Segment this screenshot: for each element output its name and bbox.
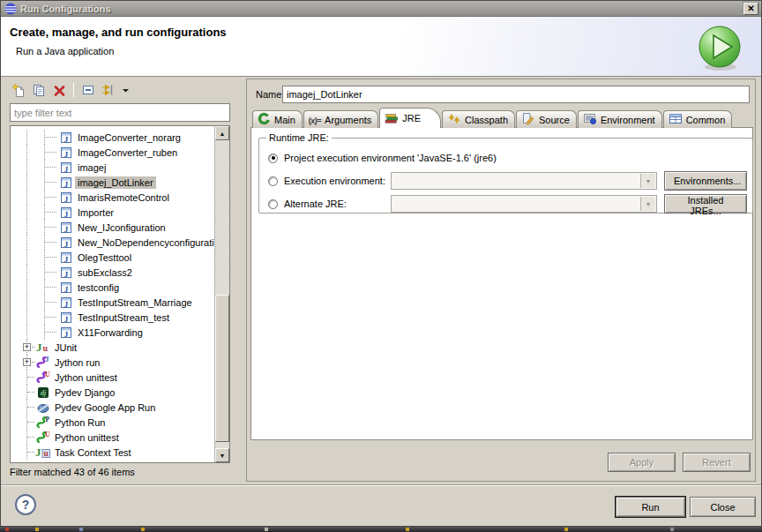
tree-item-imageconverter-norarg[interactable]: JImageConverter_norarg: [11, 130, 214, 145]
tree-item-subexclass2[interactable]: JsubExclass2: [11, 265, 214, 280]
tree-item-label: ImageConverter_norarg: [75, 131, 183, 144]
tree-item-label: Pydev Django: [52, 386, 118, 399]
execution-environment-label: Execution environment:: [284, 176, 391, 186]
button-bar-divider: [1, 484, 761, 486]
tree-item-label: Task Context Test: [52, 446, 134, 459]
java-app-icon: J: [58, 266, 73, 279]
tab-environment[interactable]: Environment: [578, 110, 662, 128]
header-title: Create, manage, and run configurations: [1, 17, 761, 39]
project-execution-environment-radio[interactable]: [268, 154, 278, 163]
installed-jres-button[interactable]: Installed JREs...: [664, 194, 747, 214]
tree-item-label: New_IJconfiguration: [75, 221, 168, 234]
toolbar: [10, 81, 131, 99]
tab-classpath[interactable]: Classpath: [442, 110, 515, 128]
tree-item-python-run[interactable]: PPython Run: [11, 415, 214, 430]
environments-button[interactable]: Environments...: [664, 171, 747, 191]
scroll-up-icon[interactable]: ▲: [215, 126, 229, 140]
tree-item-importer[interactable]: JImporter: [11, 205, 214, 220]
revert-button[interactable]: Revert: [683, 453, 751, 472]
java-app-icon: J: [58, 236, 73, 249]
tab-source[interactable]: Source: [516, 110, 577, 128]
pydev-gae-icon: [35, 401, 50, 414]
tree-item-testinputstream-marriage[interactable]: JTestInputStream_Marriage: [11, 295, 214, 310]
titlebar[interactable]: Run Configurations ✕: [1, 1, 761, 17]
scrollbar-track[interactable]: [215, 140, 229, 448]
project-execution-environment-row: Project execution environment 'JavaSE-1.…: [265, 146, 747, 169]
configuration-tree[interactable]: JImageConverter_norargJImageConverter_ru…: [10, 125, 230, 463]
svg-text:J: J: [64, 314, 68, 323]
name-label: Name:: [256, 89, 284, 100]
expand-icon[interactable]: +: [23, 343, 31, 351]
jython-run-icon: J: [35, 356, 50, 369]
python-run-icon: P: [35, 416, 50, 429]
tree-item-testconfig[interactable]: Jtestconfig: [11, 280, 214, 295]
tree-item-imageconverter-ruben[interactable]: JImageConverter_ruben: [11, 145, 214, 160]
toolbar-separator: [73, 83, 74, 97]
tree-item-label: OlegTesttool: [75, 251, 134, 264]
tree-item-pydev-google-app-run[interactable]: Pydev Google App Run: [11, 400, 214, 415]
filter-configurations-icon[interactable]: [100, 82, 117, 98]
tree-item-label: subExclass2: [75, 266, 135, 279]
svg-text:J: J: [64, 194, 68, 203]
alternate-jre-row: Alternate JRE: ▼ Installed JREs...: [265, 192, 747, 215]
tree-item-new-ijconfiguration[interactable]: JNew_IJconfiguration: [11, 220, 214, 235]
tree-item-olegtesttool[interactable]: JOlegTesttool: [11, 250, 214, 265]
tab-common[interactable]: Common: [663, 110, 733, 128]
tree-item-jython-unittest[interactable]: UJython unittest: [11, 370, 214, 385]
jre-tab-content: Runtime JRE: Project execution environme…: [250, 127, 753, 440]
svg-text:dj: dj: [40, 389, 46, 397]
delete-configuration-icon[interactable]: [50, 82, 68, 98]
expand-icon[interactable]: +: [23, 358, 31, 366]
tree-item-label: TestInputStream_test: [75, 311, 172, 324]
close-window-icon[interactable]: ✕: [743, 3, 758, 15]
close-button[interactable]: Close: [690, 497, 756, 517]
alternate-jre-radio[interactable]: [268, 199, 278, 209]
environment-tab-icon: [583, 112, 597, 127]
svg-text:J: J: [36, 341, 42, 354]
tree-item-testinputstream-test[interactable]: JTestInputStream_test: [11, 310, 214, 325]
tree-scrollbar[interactable]: ▲ ▼: [214, 126, 229, 462]
execution-environment-combo: ▼: [391, 172, 657, 190]
scrollbar-thumb[interactable]: [215, 295, 229, 443]
run-java-application-icon: [696, 24, 743, 71]
apply-button[interactable]: Apply: [608, 453, 676, 472]
collapse-all-icon[interactable]: [79, 82, 97, 98]
tree-item-imagej[interactable]: Jimagej: [11, 160, 214, 175]
tree-item-label: JUnit: [52, 341, 79, 354]
new-configuration-icon[interactable]: [10, 82, 27, 98]
svg-text:u: u: [44, 449, 49, 458]
svg-text:J: J: [64, 224, 68, 233]
tab-main[interactable]: Main: [252, 110, 303, 128]
tree-item-imagej-dotlinker[interactable]: Jimagej_DotLinker: [11, 175, 214, 190]
args-tab-icon: (x)=: [309, 115, 321, 125]
tree-item-junit[interactable]: +JuJUnit: [11, 340, 214, 355]
duplicate-configuration-icon[interactable]: [30, 82, 48, 98]
name-input[interactable]: [282, 86, 750, 103]
tree-item-label: Importer: [75, 206, 116, 219]
run-button[interactable]: Run: [616, 497, 685, 517]
scroll-down-icon[interactable]: ▼: [215, 448, 229, 462]
tab-arguments[interactable]: (x)=Arguments: [303, 110, 378, 128]
tab-jre[interactable]: JRE: [379, 108, 441, 128]
tab-label: Classpath: [465, 115, 508, 125]
tree-item-label: TestInputStream_Marriage: [75, 296, 195, 309]
tree-item-jython-run[interactable]: +JJython run: [11, 355, 214, 370]
tree-item-task-context-test[interactable]: JuTask Context Test: [11, 445, 214, 460]
tree-item-python-unittest[interactable]: UPython unittest: [11, 430, 214, 445]
svg-text:J: J: [64, 179, 68, 188]
project-execution-environment-label: Project execution environment 'JavaSE-1.…: [284, 153, 497, 163]
tree-item-new-nodependencyconfiguration[interactable]: JNew_NoDependencyconfiguration: [11, 235, 214, 250]
alternate-jre-combo: ▼: [391, 195, 657, 213]
filter-menu-dropdown-icon[interactable]: [120, 82, 131, 98]
execution-environment-radio[interactable]: [268, 176, 278, 186]
main-tab-icon: [258, 112, 271, 127]
tree-item-x11forwarding[interactable]: JX11Forwarding: [11, 325, 214, 340]
window-title: Run Configurations: [20, 4, 743, 14]
filter-input[interactable]: [10, 103, 230, 122]
task-context-icon: Ju: [35, 446, 50, 459]
tree-item-pydev-django[interactable]: djPydev Django: [11, 385, 214, 400]
svg-text:U: U: [45, 431, 50, 438]
tree-item-imarisremotecontrol[interactable]: JImarisRemoteControl: [11, 190, 214, 205]
help-button[interactable]: ?: [15, 494, 36, 515]
common-tab-icon: [669, 112, 683, 127]
